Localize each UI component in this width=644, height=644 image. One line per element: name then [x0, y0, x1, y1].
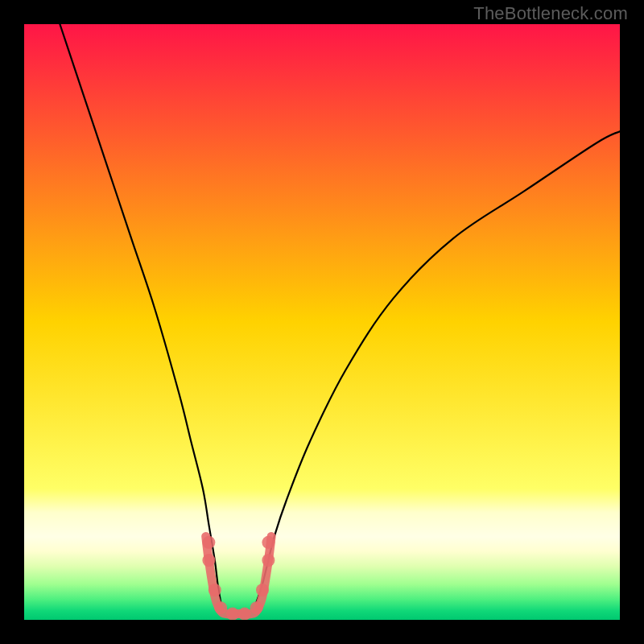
- marker-dot: [202, 536, 215, 549]
- marker-dot: [226, 608, 239, 620]
- marker-dot: [250, 601, 263, 614]
- curve-layer: [24, 24, 620, 620]
- marker-dot: [214, 601, 227, 614]
- marker-dot: [262, 536, 275, 549]
- marker-dot: [262, 554, 275, 567]
- series-bottleneck-curve-left: [60, 24, 221, 602]
- chart-frame: TheBottleneck.com: [0, 0, 644, 644]
- marker-dot: [256, 584, 269, 597]
- watermark-text: TheBottleneck.com: [473, 3, 628, 24]
- marker-dot: [202, 554, 215, 567]
- series-bottleneck-floor: [206, 536, 271, 613]
- series-bottleneck-curve-right: [257, 131, 620, 602]
- marker-dot: [238, 608, 251, 620]
- plot-area: [24, 24, 620, 620]
- marker-dot: [208, 584, 221, 597]
